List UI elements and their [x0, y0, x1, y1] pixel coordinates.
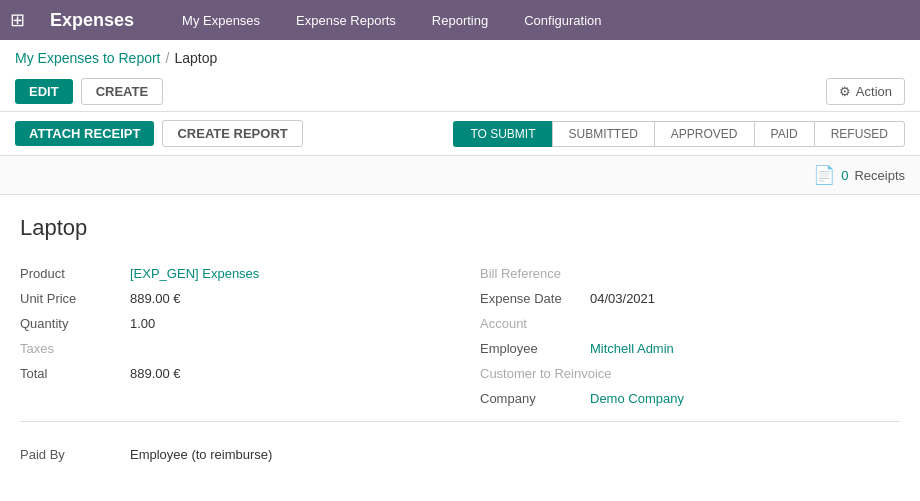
employee-value[interactable]: Mitchell Admin: [590, 341, 674, 356]
field-quantity: Quantity 1.00: [20, 311, 440, 336]
field-expense-date: Expense Date 04/03/2021: [480, 286, 900, 311]
status-to-submit[interactable]: TO SUBMIT: [453, 121, 551, 147]
status-refused[interactable]: REFUSED: [814, 121, 905, 147]
main-toolbar: EDIT CREATE ⚙ Action: [0, 72, 920, 112]
total-label: Total: [20, 366, 120, 381]
app-grid-icon[interactable]: ⊞: [10, 9, 25, 31]
field-bill-reference: Bill Reference: [480, 261, 900, 286]
nav-reporting[interactable]: Reporting: [424, 9, 496, 32]
employee-label: Employee: [480, 341, 580, 356]
field-unit-price: Unit Price 889.00 €: [20, 286, 440, 311]
field-product: Product [EXP_GEN] Expenses: [20, 261, 440, 286]
receipts-count: 0: [841, 168, 848, 183]
edit-button[interactable]: EDIT: [15, 79, 73, 104]
divider: [20, 421, 900, 422]
status-paid[interactable]: PAID: [754, 121, 814, 147]
field-total: Total 889.00 €: [20, 361, 440, 386]
action-label: Action: [856, 84, 892, 99]
unit-price-label: Unit Price: [20, 291, 120, 306]
field-customer-reinvoice: Customer to Reinvoice: [480, 361, 900, 386]
attach-receipt-button[interactable]: ATTACH RECEIPT: [15, 121, 154, 146]
create-report-button[interactable]: CREATE REPORT: [162, 120, 302, 147]
status-submitted[interactable]: SUBMITTED: [552, 121, 654, 147]
app-title: Expenses: [50, 10, 134, 31]
left-fields: Product [EXP_GEN] Expenses Unit Price 88…: [20, 261, 440, 411]
field-employee: Employee Mitchell Admin: [480, 336, 900, 361]
product-value[interactable]: [EXP_GEN] Expenses: [130, 266, 259, 281]
right-fields: Bill Reference Expense Date 04/03/2021 A…: [480, 261, 900, 411]
breadcrumb-parent[interactable]: My Expenses to Report: [15, 50, 161, 66]
expense-title: Laptop: [20, 215, 900, 241]
top-navigation: ⊞ Expenses My Expenses Expense Reports R…: [0, 0, 920, 40]
paid-by-value: Employee (to reimburse): [130, 447, 272, 462]
breadcrumb: My Expenses to Report / Laptop: [0, 40, 920, 72]
nav-expense-reports[interactable]: Expense Reports: [288, 9, 404, 32]
breadcrumb-current: Laptop: [174, 50, 217, 66]
field-company: Company Demo Company: [480, 386, 900, 411]
quantity-label: Quantity: [20, 316, 120, 331]
form-section: Product [EXP_GEN] Expenses Unit Price 88…: [20, 261, 900, 411]
gear-icon: ⚙: [839, 84, 851, 99]
receipts-widget[interactable]: 📄 0 Receipts: [813, 164, 905, 186]
account-label: Account: [480, 316, 580, 331]
company-value[interactable]: Demo Company: [590, 391, 684, 406]
breadcrumb-separator: /: [166, 50, 170, 66]
bill-reference-label: Bill Reference: [480, 266, 580, 281]
nav-my-expenses[interactable]: My Expenses: [174, 9, 268, 32]
customer-reinvoice-label: Customer to Reinvoice: [480, 366, 612, 381]
status-pipeline: TO SUBMIT SUBMITTED APPROVED PAID REFUSE…: [453, 121, 905, 147]
field-taxes: Taxes: [20, 336, 440, 361]
receipts-label: Receipts: [854, 168, 905, 183]
expense-date-value: 04/03/2021: [590, 291, 655, 306]
product-label: Product: [20, 266, 120, 281]
company-label: Company: [480, 391, 580, 406]
quantity-value: 1.00: [130, 316, 155, 331]
receipt-icon: 📄: [813, 164, 835, 186]
status-approved[interactable]: APPROVED: [654, 121, 754, 147]
paid-by-section: Paid By Employee (to reimburse): [20, 432, 900, 467]
nav-configuration[interactable]: Configuration: [516, 9, 609, 32]
unit-price-value: 889.00 €: [130, 291, 181, 306]
create-button[interactable]: CREATE: [81, 78, 163, 105]
sub-toolbar: ATTACH RECEIPT CREATE REPORT TO SUBMIT S…: [0, 112, 920, 156]
receipts-bar: 📄 0 Receipts: [0, 156, 920, 195]
field-account: Account: [480, 311, 900, 336]
expense-date-label: Expense Date: [480, 291, 580, 306]
main-content: Laptop Product [EXP_GEN] Expenses Unit P…: [0, 195, 920, 497]
paid-by-label: Paid By: [20, 447, 120, 462]
action-button[interactable]: ⚙ Action: [826, 78, 905, 105]
taxes-label: Taxes: [20, 341, 120, 356]
total-value: 889.00 €: [130, 366, 181, 381]
